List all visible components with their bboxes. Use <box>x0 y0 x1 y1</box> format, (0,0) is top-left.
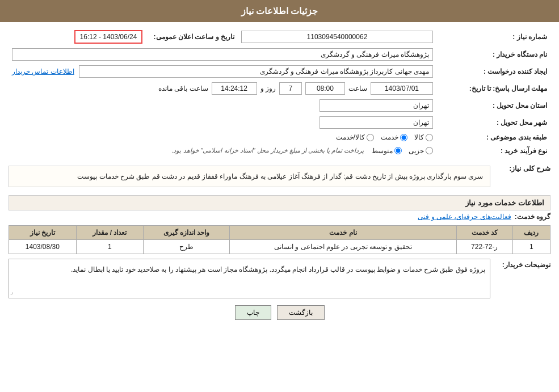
deadline-remaining: 14:24:12 <box>212 82 257 95</box>
process-option-jozi[interactable]: جزیی <box>409 147 433 155</box>
deadline-label: مهلت ارسال پاسخ: تا تاریخ: <box>436 80 550 97</box>
buyer-notes-text: پروژه فوق طبق شرح خدمات و ضوابط پیوست در… <box>9 259 490 298</box>
creator-label: ایجاد کننده درخواست : <box>436 63 550 80</box>
creator-value: مهدی جهانی کاربرداز پژوهشگاه میراث فرهنگ… <box>79 65 433 78</box>
action-buttons: بازگشت چاپ <box>9 305 550 320</box>
deadline-days: 7 <box>279 82 302 95</box>
service-group-label: گروه خدمت: <box>515 213 550 221</box>
deadline-days-label: روز و <box>260 85 276 92</box>
province-label: استان محل تحویل : <box>436 97 550 114</box>
category-option-kala-khedmat[interactable]: کالا/خدمت <box>336 133 374 141</box>
resize-handle: ⌟ <box>10 287 13 297</box>
col-quantity: تعداد / مقدار <box>76 226 144 240</box>
services-table: ردیف کد خدمت نام خدمت واحد اندازه گیری ت… <box>9 225 550 254</box>
page-title: جزئیات اطلاعات نیاز <box>241 6 318 16</box>
deadline-date: 1403/07/01 <box>371 82 433 95</box>
deadline-remaining-label: ساعت باقی مانده <box>158 85 208 92</box>
col-row: ردیف <box>512 226 550 240</box>
need-description-label: شرح کلی نیاز: <box>494 162 550 172</box>
announce-date-label: تاریخ و ساعت اعلان عمومی: <box>146 28 238 46</box>
category-radio-group: کالا خدمت کالا/خدمت <box>12 133 433 141</box>
col-name: نام خدمت <box>230 226 457 240</box>
service-info-title: اطلاعات خدمات مورد نیاز <box>9 195 550 210</box>
process-option-motavasset[interactable]: متوسط <box>372 147 402 155</box>
city-label: شهر محل تحویل : <box>436 114 550 131</box>
col-code: کد خدمت <box>456 226 512 240</box>
need-number-label: شماره نیاز : <box>436 28 550 46</box>
process-radio-group: جزیی متوسط <box>372 147 433 155</box>
process-note: پرداخت تمام یا بخشی از مبلغ خریداز محل "… <box>169 146 366 155</box>
page-header: جزئیات اطلاعات نیاز <box>0 0 559 22</box>
deadline-time-label: ساعت <box>348 85 367 92</box>
announce-date-value: 1403/06/24 - 16:12 <box>74 30 143 44</box>
need-description-text: سری سوم بارگذاری پروژه پیش از تاریخ دشت … <box>9 166 490 187</box>
city-value: تهران <box>320 116 433 129</box>
process-label: نوع فرآیند خرید : <box>436 144 550 158</box>
buyer-notes-label: توضیحات خریدار: <box>494 259 550 269</box>
creator-contact-link[interactable]: اطلاعات تماس خریدار <box>12 68 74 75</box>
col-unit: واحد اندازه گیری <box>144 226 230 240</box>
table-row: 1ر-72-722تحقیق و توسعه تجربی در علوم اجت… <box>9 240 550 254</box>
back-button[interactable]: بازگشت <box>277 305 325 320</box>
need-number-value: 1103094540000062 <box>241 31 433 43</box>
province-value: تهران <box>320 99 433 112</box>
col-date: تاریخ نیاز <box>9 226 77 240</box>
deadline-time: 08:00 <box>305 82 345 95</box>
category-option-kala[interactable]: کالا <box>414 133 433 141</box>
service-group-value[interactable]: فعالیت‌های حرفه‌ای، علمی و فنی <box>418 213 511 221</box>
category-label: طبقه بندی موضوعی : <box>436 131 550 144</box>
category-option-khedmat[interactable]: خدمت <box>381 133 407 141</box>
buyer-org-label: نام دستگاه خریدار : <box>436 46 550 63</box>
print-button[interactable]: چاپ <box>235 305 271 320</box>
buyer-org-value: پژوهشگاه میراث فرهنگی و گردشگری <box>12 48 433 61</box>
